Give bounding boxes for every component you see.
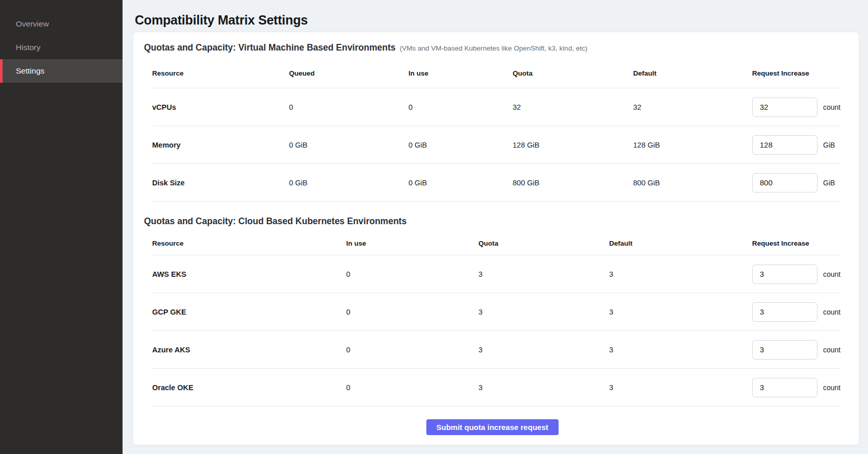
request-increase-input[interactable] <box>752 378 817 397</box>
request-increase-input[interactable] <box>752 173 817 193</box>
resource-label: vCPUs <box>152 103 289 111</box>
cloud-section-header: Quotas and Capacity: Cloud Based Kuberne… <box>144 215 840 228</box>
default-value: 3 <box>609 346 752 354</box>
in-use-value: 0 <box>346 384 478 392</box>
column-header-queued: Queued <box>289 69 408 77</box>
vm-quota-table: Resource Queued In use Quota Default Req… <box>152 59 840 202</box>
default-value: 3 <box>609 384 752 392</box>
submit-quota-increase-button[interactable]: Submit quota increase request <box>426 419 559 435</box>
queued-value: 0 GiB <box>289 141 408 149</box>
queued-value: 0 GiB <box>289 179 408 187</box>
vm-section-note: (VMs and VM-based Kubernetes like OpenSh… <box>400 44 588 52</box>
unit-label: count <box>823 308 840 316</box>
cloud-table-header-row: Resource In use Quota Default Request In… <box>152 232 840 255</box>
sidebar: Overview History Settings <box>0 0 123 454</box>
quota-value: 3 <box>478 384 609 392</box>
table-row-gcp-gke: GCP GKE 0 3 3 count <box>152 293 840 331</box>
default-value: 3 <box>609 308 752 316</box>
request-increase-cell: count <box>752 340 840 360</box>
default-value: 32 <box>633 103 752 111</box>
request-increase-cell: count <box>752 265 840 284</box>
in-use-value: 0 <box>346 308 478 316</box>
vm-section-title: Quotas and Capacity: Virtual Machine Bas… <box>144 42 396 53</box>
request-increase-input[interactable] <box>752 340 817 360</box>
quota-settings-card: Quotas and Capacity: Virtual Machine Bas… <box>133 32 859 445</box>
quota-value: 3 <box>478 346 609 354</box>
vm-section-header: Quotas and Capacity: Virtual Machine Bas… <box>144 41 840 55</box>
request-increase-cell: count <box>752 98 840 117</box>
page-title: Compatibility Matrix Settings <box>135 11 859 29</box>
unit-label: count <box>823 346 840 354</box>
sidebar-item-history[interactable]: History <box>0 36 123 59</box>
quota-value: 32 <box>513 103 633 111</box>
request-increase-cell: count <box>752 378 840 397</box>
active-indicator <box>0 59 3 83</box>
submit-row: Submit quota increase request <box>144 419 840 435</box>
default-value: 3 <box>609 270 752 278</box>
in-use-value: 0 <box>408 103 513 111</box>
column-header-quota: Quota <box>478 240 609 247</box>
table-row-disk-size: Disk Size 0 GiB 0 GiB 800 GiB 800 GiB Gi… <box>152 164 840 202</box>
request-increase-cell: GiB <box>752 173 840 193</box>
request-increase-input[interactable] <box>752 135 817 155</box>
resource-label: Azure AKS <box>152 346 346 354</box>
unit-label: GiB <box>823 141 835 149</box>
column-header-in-use: In use <box>408 69 513 77</box>
vm-table-header-row: Resource Queued In use Quota Default Req… <box>152 59 840 88</box>
default-value: 128 GiB <box>633 141 752 149</box>
main-content: Compatibility Matrix Settings Quotas and… <box>123 0 868 454</box>
table-row-aws-eks: AWS EKS 0 3 3 count <box>152 255 840 293</box>
column-header-default: Default <box>633 69 752 77</box>
sidebar-item-settings[interactable]: Settings <box>0 59 123 83</box>
column-header-request-increase: Request Increase <box>752 240 840 247</box>
cloud-quota-table: Resource In use Quota Default Request In… <box>152 232 840 407</box>
quota-value: 3 <box>478 308 609 316</box>
column-header-resource: Resource <box>152 69 289 77</box>
in-use-value: 0 <box>346 346 478 354</box>
column-header-quota: Quota <box>513 69 633 77</box>
resource-label: AWS EKS <box>152 270 346 278</box>
unit-label: count <box>823 103 840 111</box>
resource-label: Disk Size <box>152 179 289 187</box>
app-root: Overview History Settings Compatibility … <box>0 0 868 454</box>
request-increase-cell: GiB <box>752 135 840 155</box>
in-use-value: 0 <box>346 270 478 278</box>
sidebar-item-overview[interactable]: Overview <box>0 12 123 36</box>
default-value: 800 GiB <box>633 179 752 187</box>
quota-value: 128 GiB <box>513 141 633 149</box>
request-increase-input[interactable] <box>752 98 817 117</box>
unit-label: count <box>823 384 840 392</box>
table-row-oracle-oke: Oracle OKE 0 3 3 count <box>152 369 840 407</box>
request-increase-input[interactable] <box>752 302 817 322</box>
table-row-azure-aks: Azure AKS 0 3 3 count <box>152 331 840 369</box>
column-header-request-increase: Request Increase <box>752 69 840 77</box>
unit-label: count <box>823 270 840 278</box>
unit-label: GiB <box>823 179 835 187</box>
resource-label: GCP GKE <box>152 308 346 316</box>
resource-label: Oracle OKE <box>152 384 346 392</box>
queued-value: 0 <box>289 103 408 111</box>
sidebar-nav: Overview History Settings <box>0 12 123 83</box>
column-header-resource: Resource <box>152 240 346 247</box>
quota-value: 3 <box>478 270 609 278</box>
resource-label: Memory <box>152 141 289 149</box>
quota-value: 800 GiB <box>513 179 633 187</box>
request-increase-cell: count <box>752 302 840 322</box>
in-use-value: 0 GiB <box>408 179 513 187</box>
column-header-default: Default <box>609 240 752 247</box>
request-increase-input[interactable] <box>752 265 817 284</box>
cloud-section-title: Quotas and Capacity: Cloud Based Kuberne… <box>144 216 406 226</box>
sidebar-item-label: Settings <box>16 66 44 76</box>
column-header-in-use: In use <box>346 240 478 247</box>
table-row-vcpus: vCPUs 0 0 32 32 count <box>152 88 840 126</box>
in-use-value: 0 GiB <box>408 141 513 149</box>
table-row-memory: Memory 0 GiB 0 GiB 128 GiB 128 GiB GiB <box>152 126 840 164</box>
